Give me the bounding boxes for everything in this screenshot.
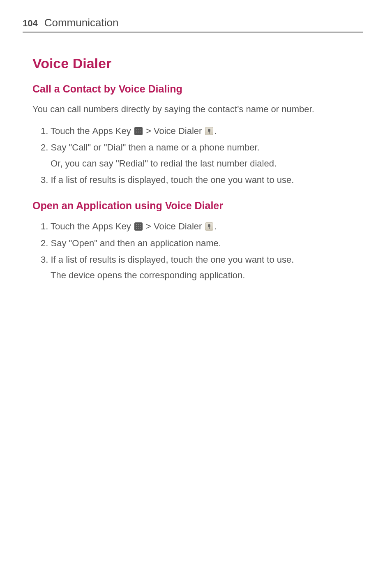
step-item: 3. If a list of results is displayed, to… — [32, 173, 363, 187]
step-item: 3. If a list of results is displayed, to… — [32, 252, 363, 283]
section-heading-call: Call a Contact by Voice Dialing — [32, 83, 363, 95]
step-text: > — [143, 221, 154, 231]
apps-key-label: Apps Key — [92, 126, 131, 136]
steps-list-open: 1. Touch the Apps Key > Voice Dialer . 2… — [23, 219, 363, 283]
step-item: 2. Say "Call" or "Dial" then a name or a… — [32, 140, 363, 171]
step-number: 3. — [41, 175, 48, 185]
step-text: Say "Call" or "Dial" then a name or a ph… — [51, 142, 259, 153]
step-number: 2. — [41, 142, 48, 153]
page-header: 104 Communication — [23, 16, 363, 32]
steps-list-call: 1. Touch the Apps Key > Voice Dialer . 2… — [23, 124, 363, 187]
step-number: 3. — [41, 254, 48, 265]
step-text: If a list of results is displayed, touch… — [51, 254, 294, 265]
step-text: Touch the — [51, 221, 92, 231]
voice-dialer-label: Voice Dialer — [154, 221, 202, 231]
apps-key-icon — [134, 127, 143, 135]
page-number: 104 — [23, 18, 38, 29]
intro-paragraph: You can call numbers directly by saying … — [32, 102, 363, 116]
step-text: . — [214, 221, 217, 231]
step-text: Touch the — [51, 126, 92, 136]
voice-dialer-label: Voice Dialer — [154, 126, 202, 136]
voice-dialer-icon — [205, 222, 213, 231]
step-text: . — [214, 126, 217, 136]
step-text: If a list of results is displayed, touch… — [51, 175, 294, 185]
section-heading-open: Open an Application using Voice Dialer — [32, 200, 363, 212]
voice-dialer-icon — [205, 127, 213, 135]
page-title: Voice Dialer — [32, 55, 363, 72]
step-item: 1. Touch the Apps Key > Voice Dialer . — [32, 219, 363, 234]
step-subtext: The device opens the corresponding appli… — [51, 268, 363, 283]
apps-key-label: Apps Key — [92, 221, 131, 231]
step-subtext: Or, you can say "Redial" to redial the l… — [51, 156, 363, 171]
step-item: 2. Say "Open" and then an application na… — [32, 236, 363, 251]
step-item: 1. Touch the Apps Key > Voice Dialer . — [32, 124, 363, 139]
apps-key-icon — [134, 222, 143, 231]
chapter-title: Communication — [44, 16, 119, 29]
step-number: 1. — [41, 126, 48, 136]
step-text: > — [143, 126, 154, 136]
step-text: Say "Open" and then an application name. — [51, 238, 221, 248]
step-number: 2. — [41, 238, 48, 248]
step-number: 1. — [41, 221, 48, 231]
